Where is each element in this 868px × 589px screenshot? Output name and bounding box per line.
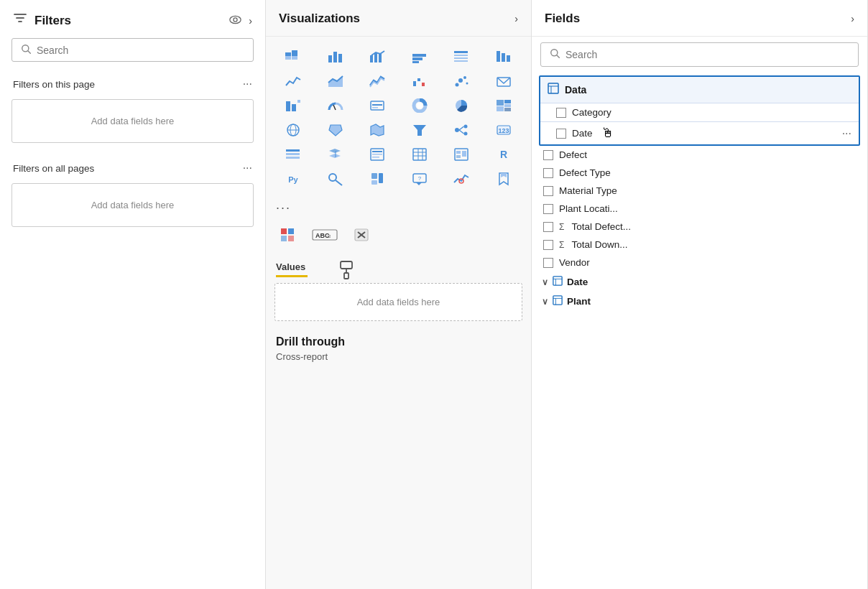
viz-icon-bar-chart[interactable] [315,45,356,68]
viz-icon-map[interactable] [273,119,314,142]
drill-title: Drill through [276,335,521,348]
viz-title: Visualizations [279,11,509,26]
svg-text:Py: Py [289,175,299,184]
viz-icon-stacked-bar[interactable] [273,45,314,68]
filters-all-pages-dots[interactable]: ··· [243,162,252,175]
viz-icon-key-influencer[interactable] [315,167,356,190]
field-item-category[interactable]: Category [540,103,859,121]
field-checkbox-material-type[interactable] [543,186,553,196]
filters-chevron-icon[interactable]: › [249,15,252,27]
field-checkbox-vendor[interactable] [543,258,553,268]
viz-icon-ribbon[interactable] [357,70,398,93]
svg-rect-62 [286,153,300,155]
svg-rect-16 [412,61,419,63]
viz-icon-area[interactable] [315,70,356,93]
viz-icon-python[interactable]: Py [273,167,314,190]
viz-icon-waterfall[interactable] [400,70,440,93]
viz-icon-pie[interactable] [441,94,482,117]
svg-rect-94 [288,228,294,234]
values-label: Values [276,261,308,272]
viz-icon-envelope[interactable] [484,70,525,93]
field-checkbox-plant-location[interactable] [543,204,553,214]
viz-icon-azure-maps[interactable] [441,143,482,166]
field-item-plant-location[interactable]: Plant Locati... [532,200,867,218]
svg-rect-47 [504,108,511,111]
field-item-total-down[interactable]: Σ Total Down... [532,236,867,254]
field-item-defect[interactable]: Defect [532,146,867,164]
viz-icon-filled-map[interactable] [357,119,398,142]
field-checkbox-total-defect[interactable] [543,222,553,232]
svg-rect-95 [281,236,287,241]
filters-on-page-dots[interactable]: ··· [243,78,252,91]
viz-icon-table[interactable] [441,45,482,68]
svg-point-29 [458,78,463,83]
field-item-defect-type[interactable]: Defect Type [532,164,867,182]
viz-icon-number-card[interactable]: 123 [484,119,525,142]
viz-icon-decomp-tree[interactable] [441,119,482,142]
viz-icon-scatter[interactable] [441,70,482,93]
viz-icon-gauge[interactable] [315,94,356,117]
svg-marker-53 [413,125,426,136]
svg-text:123: 123 [498,127,509,134]
fields-search-box[interactable] [540,42,859,67]
viz-icon-paginated[interactable] [357,143,398,166]
viz-icon-card[interactable] [357,94,398,117]
field-item-vendor[interactable]: Vendor [532,254,867,272]
svg-marker-92 [501,173,507,177]
field-checkbox-total-down[interactable] [543,240,553,250]
svg-point-31 [466,83,468,85]
viz-icon-smart-narrative[interactable] [315,143,356,166]
svg-rect-25 [413,81,416,86]
field-item-total-defect[interactable]: Σ Total Defect... [532,218,867,236]
field-checkbox-category[interactable] [556,108,566,118]
format-icon-filter-x[interactable] [348,224,375,246]
field-checkbox-date[interactable] [556,129,566,139]
viz-icon-line[interactable] [273,70,314,93]
field-item-date[interactable]: Date 🖱 ··· [540,121,859,144]
viz-more-label[interactable]: ... [266,193,531,218]
filters-on-page-drop[interactable]: Add data fields here [11,99,254,143]
format-icon-abc[interactable]: ABCα [306,224,343,246]
field-item-material-type[interactable]: Material Type [532,182,867,200]
filters-search-box[interactable] [11,38,254,62]
viz-icon-shape-map[interactable] [315,119,356,142]
svg-marker-64 [329,149,341,153]
viz-icon-r-visual[interactable]: R [484,143,525,166]
format-icon-blocks[interactable] [274,224,302,246]
date-group-expand[interactable]: ∨ Date [532,272,867,291]
field-date-dots[interactable]: ··· [842,127,851,140]
field-checkbox-defect-type[interactable] [543,168,553,178]
viz-icon-kpi[interactable] [273,94,314,117]
svg-point-28 [456,83,459,87]
filters-eye-icon[interactable] [229,14,241,28]
filters-all-pages-drop[interactable]: Add data fields here [11,183,254,227]
svg-rect-21 [497,51,500,62]
svg-marker-52 [371,124,384,136]
viz-icon-bookmark[interactable] [484,167,525,190]
viz-icon-matrix[interactable] [484,45,525,68]
viz-icon-matrix2[interactable] [400,143,440,166]
viz-icon-treemap[interactable] [484,94,525,117]
plant-group-table-icon [553,295,563,307]
svg-rect-34 [292,104,296,111]
fields-chevron-icon[interactable]: › [851,13,854,24]
fields-search-input[interactable] [565,49,849,60]
data-group-header[interactable]: Data [540,77,859,103]
viz-icon-line-bar[interactable] [357,45,398,68]
viz-icon-funnel[interactable] [400,119,440,142]
viz-icon-power-apps[interactable] [357,167,398,190]
viz-icon-donut[interactable] [400,94,440,117]
plant-group-arrow: ∨ [542,297,548,307]
values-drop-zone[interactable]: Add data fields here [274,283,522,321]
viz-icon-column-chart[interactable] [400,45,440,68]
viz-icon-anomaly[interactable] [441,167,482,190]
viz-chevron-icon[interactable]: › [514,13,518,24]
viz-icon-slicer[interactable] [273,143,314,166]
svg-rect-9 [333,52,337,62]
filters-search-input[interactable] [37,45,244,56]
svg-rect-6 [292,50,297,56]
field-checkbox-defect[interactable] [543,150,553,160]
viz-icon-qa[interactable]: ? [400,167,440,190]
svg-marker-51 [329,125,342,136]
plant-group-expand[interactable]: ∨ Plant [532,291,867,310]
